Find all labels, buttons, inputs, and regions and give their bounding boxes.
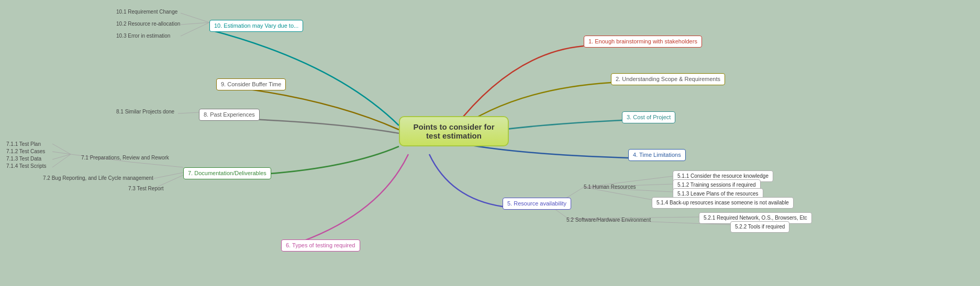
branch-1-node: 1. Enough brainstorming with stakeholder… xyxy=(584,36,702,48)
branch-9-node: 9. Consider Buffer Time xyxy=(216,78,286,90)
branch-7-node: 7. Documentation/Deliverables xyxy=(183,167,271,179)
branch-8-label: 8. Past Experiences xyxy=(204,111,255,118)
sub-5-1-4: 5.1.4 Back-up resources incase someone i… xyxy=(652,197,794,209)
svg-line-4 xyxy=(131,162,183,167)
svg-line-3 xyxy=(178,112,199,113)
sub-10-3: 10.3 Error in estimation xyxy=(116,33,170,39)
branch-3-node: 3. Cost of Project xyxy=(622,111,675,123)
sub-7-3: 7.3 Test Report xyxy=(128,186,164,191)
svg-line-0 xyxy=(181,13,209,22)
center-node: Points to consider fortest estimation xyxy=(399,116,509,146)
branch-2-label: 2. Understanding Scope & Requirements xyxy=(616,76,720,82)
branch-6-label: 6. Types of testing required xyxy=(286,242,355,248)
branch-4-label: 4. Time Limitations xyxy=(633,152,681,158)
sub-10-2: 10.2 Resource re-allocation xyxy=(116,21,180,27)
sub-7-1-4: 7.1.4 Test Scripts xyxy=(6,163,47,169)
svg-line-8 xyxy=(52,154,71,159)
branch-10-node: 10. Estimation may Vary due to... xyxy=(209,20,303,32)
svg-line-9 xyxy=(52,154,71,167)
branch-8-node: 8. Past Experiences xyxy=(199,109,260,121)
sub-7-1: 7.1 Preparations, Review and Rework xyxy=(81,155,169,161)
branch-5-node: 5. Resource availability xyxy=(503,198,571,210)
branch-1-label: 1. Enough brainstorming with stakeholder… xyxy=(588,38,697,44)
sub-5-2-2: 5.2.2 Tools if required xyxy=(730,221,789,233)
branch-7-label: 7. Documentation/Deliverables xyxy=(188,170,266,176)
center-title: Points to consider fortest estimation xyxy=(413,122,494,140)
branch-2-node: 2. Understanding Scope & Requirements xyxy=(611,73,725,85)
branch-6-node: 6. Types of testing required xyxy=(281,239,360,251)
branch-3-label: 3. Cost of Project xyxy=(627,114,671,120)
sub-7-1-3: 7.1.3 Test Data xyxy=(6,156,41,162)
svg-line-10 xyxy=(152,173,183,179)
sub-10-1: 10.1 Requirement Change xyxy=(116,9,177,15)
sub-7-1-2: 7.1.2 Test Cases xyxy=(6,148,45,154)
sub-7-1-1: 7.1.1 Test Plan xyxy=(6,141,41,147)
branch-4-node: 4. Time Limitations xyxy=(628,149,686,161)
sub-8-1: 8.1 Similar Projects done xyxy=(116,109,174,115)
branch-5-label: 5. Resource availability xyxy=(507,200,566,207)
sub-5-2: 5.2 Software/Hardware Environment xyxy=(566,217,651,223)
branch-9-label: 9. Consider Buffer Time xyxy=(221,81,281,87)
sub-5-1: 5.1 Human Resources xyxy=(584,184,636,190)
branch-10-label: 10. Estimation may Vary due to... xyxy=(214,22,298,29)
sub-7-2: 7.2 Bug Reporting, and Life Cycle manage… xyxy=(43,175,153,181)
